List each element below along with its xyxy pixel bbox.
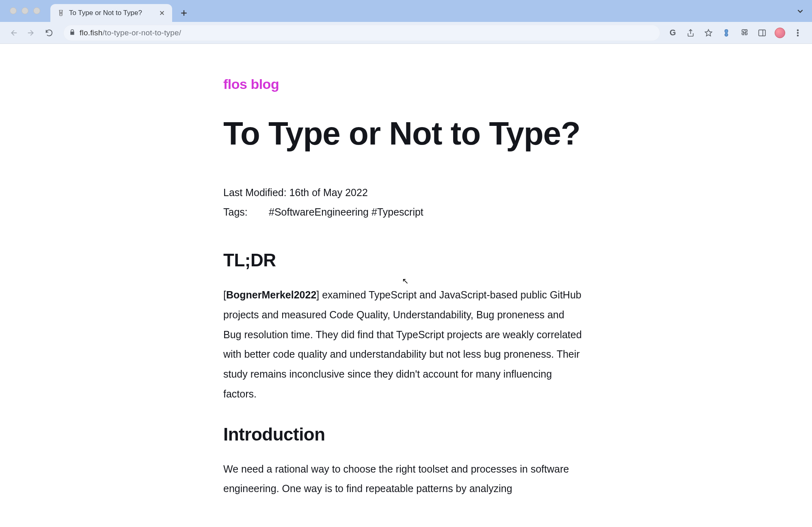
toolbar-actions: G <box>667 27 806 39</box>
tab-strip: To Type or Not to Type? <box>50 0 192 22</box>
site-title-link[interactable]: flos blog <box>223 76 589 92</box>
meta-tags-label: Tags: <box>223 203 248 222</box>
address-bar[interactable]: flo.fish/to-type-or-not-to-type/ <box>63 25 660 41</box>
svg-rect-0 <box>759 30 766 36</box>
intro-body: We need a rational way to choose the rig… <box>223 459 585 499</box>
browser-window: To Type or Not to Type? <box>0 0 812 527</box>
forward-button[interactable] <box>24 25 39 41</box>
bookmark-star-icon[interactable] <box>702 27 715 39</box>
post-meta: Last Modified: 16th of May 2022 Tags: #S… <box>223 183 589 222</box>
back-button[interactable] <box>6 25 21 41</box>
svg-point-2 <box>797 32 799 33</box>
reference-link[interactable]: BognerMerkel2022 <box>226 289 316 300</box>
url-text: flo.fish/to-type-or-not-to-type/ <box>80 28 181 37</box>
titlebar: To Type or Not to Type? <box>0 0 812 22</box>
page-viewport[interactable]: flos blog To Type or Not to Type? Last M… <box>0 44 812 527</box>
section-heading-tldr: TL;DR <box>223 250 589 270</box>
tabs-overflow-button[interactable] <box>797 7 804 16</box>
browser-toolbar: flo.fish/to-type-or-not-to-type/ G <box>0 22 812 44</box>
tab-close-button[interactable] <box>158 9 166 17</box>
extensions-puzzle-icon[interactable] <box>738 27 750 39</box>
meta-last-modified-value: 16th of May 2022 <box>289 187 368 198</box>
tldr-body: [BognerMerkel2022] examined TypeScript a… <box>223 285 585 404</box>
tldr-body-text: ] examined TypeScript and JavaScript-bas… <box>223 289 582 400</box>
svg-point-1 <box>797 30 799 31</box>
window-controls <box>10 7 40 14</box>
side-panel-icon[interactable] <box>756 27 768 39</box>
profile-avatar[interactable] <box>774 27 786 39</box>
window-zoom-button[interactable] <box>33 7 40 14</box>
share-icon[interactable] <box>685 27 697 39</box>
svg-point-3 <box>797 35 799 36</box>
new-tab-button[interactable] <box>176 5 192 21</box>
meta-last-modified-label: Last Modified: <box>223 187 289 198</box>
meta-last-modified: Last Modified: 16th of May 2022 <box>223 183 589 203</box>
window-close-button[interactable] <box>10 7 17 14</box>
page-content: flos blog To Type or Not to Type? Last M… <box>0 44 812 527</box>
meta-tags-row: Tags: #SoftwareEngineering #Typescript <box>223 203 589 222</box>
section-heading-intro: Introduction <box>223 424 589 445</box>
menu-kebab-icon[interactable] <box>792 27 804 39</box>
reload-button[interactable] <box>41 25 57 41</box>
lock-icon <box>69 29 76 37</box>
window-minimize-button[interactable] <box>22 7 28 14</box>
url-path: /to-type-or-not-to-type/ <box>103 28 181 37</box>
tag-link[interactable]: #SoftwareEngineering <box>269 206 369 218</box>
favicon-icon <box>57 9 65 17</box>
extension-icon-1[interactable] <box>720 27 732 39</box>
browser-tab-active[interactable]: To Type or Not to Type? <box>50 4 172 22</box>
tag-link[interactable]: #Typescript <box>371 206 423 218</box>
tab-title: To Type or Not to Type? <box>69 9 154 17</box>
post-title: To Type or Not to Type? <box>223 117 589 151</box>
url-host: flo.fish <box>80 28 103 37</box>
meta-tags: #SoftwareEngineering #Typescript <box>269 203 423 222</box>
google-icon[interactable]: G <box>667 27 679 39</box>
